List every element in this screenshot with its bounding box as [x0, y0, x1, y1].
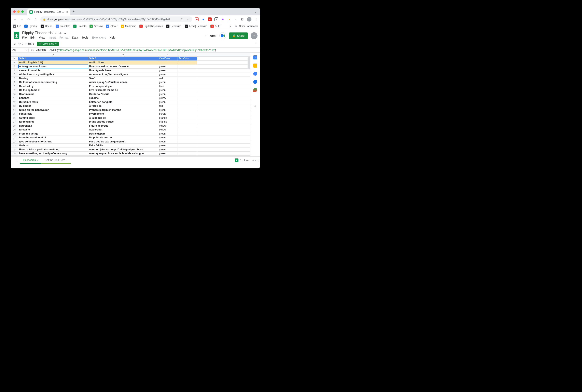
name-box[interactable]: A3▾ [11, 48, 28, 52]
cell[interactable]: red [158, 76, 178, 80]
sheet-tab-link[interactable]: Get the Link Here▾ [42, 157, 71, 164]
table-row[interactable]: 2Audio: English (UK)Audio: None [11, 61, 250, 65]
cell[interactable] [178, 92, 197, 96]
cell[interactable]: green [158, 72, 178, 76]
row-header[interactable]: 19 [11, 128, 18, 132]
explore-button[interactable]: ✦Explore [233, 158, 250, 162]
row-header[interactable]: 23 [11, 144, 18, 148]
row-header[interactable]: 16 [11, 116, 18, 120]
bookmark-item[interactable]: ●Readwise [166, 24, 182, 28]
spreadsheet-grid[interactable]: A B C D 1Side1Side2CardColorTextColor2Au… [11, 52, 250, 156]
maximize-window-button[interactable] [21, 10, 24, 13]
cell[interactable]: TextColor [178, 56, 197, 60]
cell[interactable]: Side1 [18, 56, 88, 60]
cell[interactable] [178, 132, 197, 136]
cell[interactable] [178, 116, 197, 120]
row-header[interactable]: 22 [11, 140, 18, 144]
cell[interactable]: Faire faillite [88, 144, 158, 148]
menu-format[interactable]: Format [60, 36, 68, 39]
row-header[interactable]: 11 [11, 96, 18, 100]
zoom-selector[interactable]: 100% ▾ [25, 42, 34, 46]
contacts-icon[interactable] [253, 80, 257, 84]
cell[interactable] [178, 61, 197, 64]
sheet-tab-flashcards[interactable]: Flashcards▾ [20, 157, 42, 164]
cell[interactable]: blue [158, 84, 178, 88]
bookmark-item[interactable]: ●Translate [56, 24, 70, 28]
close-window-button[interactable] [13, 10, 16, 13]
row-header[interactable]: 15 [11, 112, 18, 116]
table-row[interactable]: 22give somebody short shriftFaire peu de… [11, 140, 250, 144]
reload-button[interactable]: ⟳ [26, 17, 31, 21]
home-button[interactable]: ⌂ [34, 18, 38, 21]
tasks-icon[interactable] [253, 72, 257, 76]
row-header[interactable]: 17 [11, 120, 18, 124]
cell[interactable] [178, 76, 197, 80]
bookmark-item[interactable]: ●AEFE [210, 24, 221, 28]
expand-side-panel-button[interactable]: › [258, 159, 259, 163]
minimize-window-button[interactable] [17, 10, 20, 13]
address-bar[interactable]: 🔒 docs.google.com/spreadsheets/d/15RPydm… [40, 16, 192, 22]
row-header[interactable]: 6 [11, 76, 18, 80]
cell[interactable]: figurehead [18, 124, 88, 128]
row-header[interactable]: 3 [11, 64, 18, 68]
cell[interactable]: D'une grande portée [88, 120, 158, 124]
cell[interactable]: conversely [18, 112, 88, 116]
table-row[interactable]: 5At the time of my writing thisAu moment… [11, 72, 250, 76]
cell[interactable]: Burst into tears [18, 100, 88, 104]
cell[interactable]: Au moment où j'écris ces lignes [88, 72, 158, 76]
formula-input[interactable]: =IMPORTRANGE("https://docs.google.com/sp… [36, 48, 216, 52]
cell[interactable]: A foregone conclusion [18, 64, 88, 68]
cell[interactable]: green [158, 64, 178, 68]
cell[interactable]: Figure de proue [88, 124, 158, 128]
cell[interactable] [178, 148, 197, 152]
cell[interactable] [178, 124, 197, 128]
row-header[interactable]: 24 [11, 148, 18, 152]
table-row[interactable]: 25have something on the tip of one's ton… [11, 152, 250, 156]
calendar-icon[interactable]: 31 [253, 56, 257, 60]
all-sheets-button[interactable]: ☰ [13, 158, 20, 162]
cell[interactable]: green [158, 132, 178, 136]
table-row[interactable]: 11bonanzaaubaineyellow [11, 96, 250, 100]
row-header[interactable]: 14 [11, 108, 18, 112]
column-header[interactable]: D [178, 52, 197, 56]
cell[interactable] [178, 80, 197, 84]
extension-icon[interactable]: ◉ [202, 18, 205, 21]
cell[interactable] [178, 152, 197, 156]
cell[interactable]: green [158, 100, 178, 104]
table-row[interactable]: 24Have or take a peek at somethingAvoir … [11, 148, 250, 152]
menu-insert[interactable]: Insert [49, 36, 56, 39]
meet-button[interactable] [219, 32, 226, 39]
column-header[interactable]: B [88, 52, 158, 56]
select-all-corner[interactable] [11, 52, 18, 56]
maps-icon[interactable] [253, 88, 257, 92]
move-icon[interactable]: ⊕ [59, 32, 62, 35]
cell[interactable]: from the standpoint of [18, 136, 88, 140]
bookmark-item[interactable]: ●Digital Resources [140, 24, 163, 28]
cell[interactable]: By dint of [18, 104, 88, 108]
cell[interactable]: Audio: None [88, 61, 158, 64]
share-icon[interactable]: ⇧ [180, 18, 184, 21]
cell[interactable]: green [158, 140, 178, 144]
cell[interactable] [178, 100, 197, 104]
cell[interactable]: green [158, 148, 178, 152]
cell[interactable]: green [158, 152, 178, 156]
menu-view[interactable]: View [39, 36, 45, 39]
share-button[interactable]: 🔒Share [229, 32, 248, 39]
bookmark-item[interactable]: ●Clever [106, 24, 118, 28]
cell[interactable]: yellow [158, 128, 178, 132]
menu-tools[interactable]: Tools [82, 36, 88, 39]
cell[interactable]: Barring [18, 76, 88, 80]
filter-button[interactable]: ▽ ▾ [18, 42, 23, 46]
table-row[interactable]: 15converselyInversementpurple [11, 112, 250, 116]
cell[interactable] [178, 84, 197, 88]
kami-extension[interactable]: kami [210, 34, 216, 37]
cell[interactable]: Go bust [18, 144, 88, 148]
cell[interactable]: Une règle de base [88, 68, 158, 72]
horizontal-scroll[interactable]: ◀▶ [252, 159, 256, 161]
kami-link[interactable]: ↗ [204, 34, 206, 37]
document-title[interactable]: Flippity Flashcards [22, 31, 52, 35]
column-header[interactable]: C [158, 52, 178, 56]
bookmark-item[interactable]: ●FIS [13, 24, 21, 28]
collapse-toolbar-button[interactable]: ⌃ [255, 42, 258, 46]
bookmark-item[interactable]: ●Feed | Readwise [185, 24, 208, 28]
